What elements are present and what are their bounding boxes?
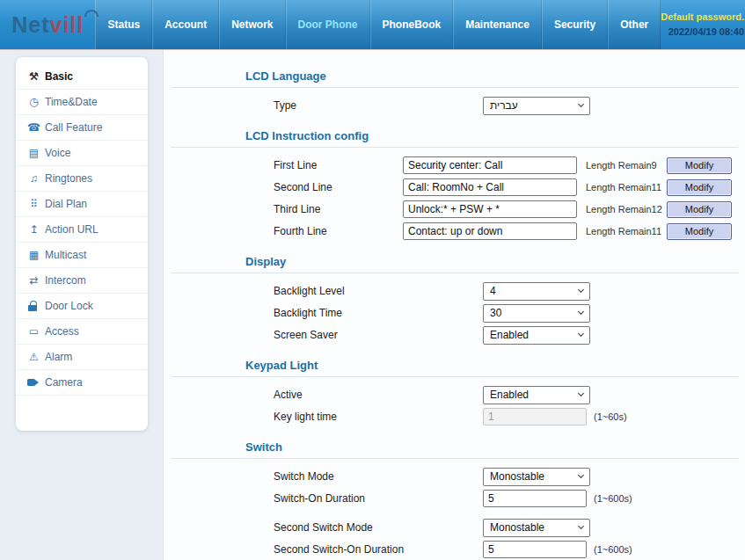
fourth-line-input[interactable]: [403, 222, 577, 240]
sidebar-item-door-lock[interactable]: Door Lock: [16, 294, 148, 319]
switch-on-duration-input[interactable]: [483, 490, 587, 507]
keypad-icon: ⠿: [27, 199, 40, 209]
sidebar-item-camera[interactable]: Camera: [16, 370, 148, 396]
nav-tab-security[interactable]: Security: [542, 0, 608, 49]
keypad-active-label: Active: [274, 389, 483, 401]
sidebar-item-label: Camera: [45, 376, 83, 389]
sidebar-item-alarm[interactable]: ⚠Alarm: [16, 345, 148, 370]
sidebar-item-label: Call Feature: [45, 121, 102, 134]
camera-icon: [27, 377, 40, 388]
sidebar-item-ringtones[interactable]: ♫Ringtones: [16, 166, 148, 192]
chevron-down-icon: [578, 390, 584, 396]
second-switch-on-duration-label: Second Switch-On Duration: [274, 543, 483, 556]
header-timestamp: 2022/04/19 08:40: [661, 25, 744, 40]
sidebar-item-basic[interactable]: ⚒Basic: [16, 64, 148, 90]
section-divider: [171, 87, 738, 88]
nav-tab-phonebook[interactable]: PhoneBook: [370, 0, 454, 49]
sidebar-item-dial-plan[interactable]: ⠿Dial Plan: [16, 192, 148, 217]
nav-tab-maintenance[interactable]: Maintenance: [453, 0, 542, 49]
section-divider: [171, 147, 738, 148]
backlight-time-label: Backlight Time: [274, 307, 483, 319]
sidebar-item-label: Time&Date: [45, 96, 98, 108]
second-switch-mode-value: Monostable: [490, 521, 544, 534]
backlight-level-select[interactable]: 4: [483, 282, 590, 301]
nav-tab-network[interactable]: Network: [219, 0, 285, 49]
sidebar-item-action-url[interactable]: ↥Action URL: [16, 217, 148, 243]
sidebar-item-label: Action URL: [45, 223, 99, 236]
fourth-line-row: Fourth Line Length Remain11 Modify: [274, 222, 745, 241]
sidebar-item-voice[interactable]: ▤Voice: [16, 141, 148, 166]
sidebar-item-label: Alarm: [45, 351, 72, 363]
lcd-language-type-select[interactable]: עברית: [483, 97, 590, 115]
switch-mode-value: Monostable: [490, 470, 544, 483]
key-light-time-label: Key light time: [274, 411, 483, 423]
second-switch-on-duration-input[interactable]: [483, 541, 587, 558]
fourth-line-modify-button[interactable]: Modify: [667, 223, 732, 240]
backlight-time-select[interactable]: 30: [483, 304, 590, 323]
second-line-modify-button[interactable]: Modify: [667, 179, 732, 196]
top-header: Netvill StatusAccountNetworkDoor PhonePh…: [0, 0, 745, 50]
sidebar-item-label: Basic: [45, 70, 73, 83]
backlight-level-row: Backlight Level 4: [274, 281, 745, 301]
bell-icon: ♫: [27, 173, 40, 184]
section-divider: [171, 376, 738, 377]
third-line-input[interactable]: [403, 200, 577, 218]
fourth-line-label: Fourth Line: [274, 225, 403, 237]
sidebar-item-label: Voice: [45, 147, 70, 159]
nav-tab-account[interactable]: Account: [152, 0, 219, 49]
sidebar-item-call-feature[interactable]: ☎Call Feature: [16, 115, 148, 141]
second-switch-on-duration-hint: (1~600s): [594, 544, 632, 555]
key-light-time-hint: (1~60s): [594, 411, 627, 422]
third-line-length-remain: Length Remain12: [586, 204, 667, 215]
brand-logo: Netvill: [0, 0, 95, 49]
card-icon: ▭: [27, 326, 40, 337]
switch-mode-row: Switch Mode Monostable: [274, 467, 745, 486]
section-title-lcd-language: LCD Language: [245, 69, 745, 83]
switch-mode-select[interactable]: Monostable: [483, 468, 590, 486]
sidebar-item-label: Dial Plan: [45, 198, 87, 210]
speaker-icon: ▤: [27, 148, 40, 158]
switch-mode-label: Switch Mode: [274, 470, 483, 483]
action-icon: ↥: [27, 224, 40, 235]
first-line-input[interactable]: [403, 156, 577, 174]
sidebar-item-label: Access: [45, 325, 79, 338]
nav-tab-other[interactable]: Other: [608, 0, 661, 49]
key-light-time-input: [483, 408, 587, 425]
first-line-length-remain: Length Remain9: [586, 160, 667, 171]
screen-saver-select[interactable]: Enabled: [483, 326, 590, 345]
second-line-input[interactable]: [403, 178, 577, 196]
sidebar-item-intercom[interactable]: ⇄Intercom: [16, 268, 148, 294]
switch-on-duration-label: Switch-On Duration: [274, 492, 483, 505]
keypad-active-select[interactable]: Enabled: [483, 386, 590, 404]
chevron-down-icon: [578, 472, 584, 478]
sidebar-list: ⚒Basic◷Time&Date☎Call Feature▤Voice♫Ring…: [16, 64, 148, 396]
backlight-level-label: Backlight Level: [274, 285, 483, 297]
first-line-row: First Line Length Remain9 Modify: [274, 156, 745, 175]
third-line-label: Third Line: [274, 203, 403, 215]
sidebar-item-multicast[interactable]: ▦Multicast: [16, 243, 148, 268]
first-line-modify-button[interactable]: Modify: [667, 157, 732, 174]
backlight-time-value: 30: [490, 307, 501, 319]
backlight-level-value: 4: [490, 285, 496, 297]
second-switch-mode-select[interactable]: Monostable: [483, 519, 590, 537]
chevron-down-icon: [578, 287, 584, 293]
section-title-display: Display: [245, 255, 745, 268]
keypad-active-row: Active Enabled: [274, 385, 745, 404]
fourth-line-length-remain: Length Remain11: [586, 226, 667, 236]
second-switch-mode-label: Second Switch Mode: [274, 521, 483, 534]
header-alert: Default password. 2022/04/19 08:40: [661, 10, 745, 40]
nav-tab-door-phone[interactable]: Door Phone: [286, 0, 370, 49]
sidebar-menu: ⚒Basic◷Time&Date☎Call Feature▤Voice♫Ring…: [16, 57, 148, 431]
third-line-modify-button[interactable]: Modify: [667, 201, 732, 218]
lcd-language-type-row: Type עברית: [274, 96, 745, 115]
screen-saver-row: Screen Saver Enabled: [274, 325, 745, 345]
sidebar-item-time-date[interactable]: ◷Time&Date: [16, 90, 148, 115]
top-nav: StatusAccountNetworkDoor PhonePhoneBookM…: [95, 0, 661, 49]
section-divider: [171, 458, 738, 459]
sidebar-item-label: Door Lock: [45, 300, 93, 312]
chevron-down-icon: [578, 331, 584, 337]
section-title-switch: Switch: [245, 440, 745, 454]
sidebar-item-access[interactable]: ▭Access: [16, 319, 148, 345]
chevron-down-icon: [578, 309, 584, 315]
nav-tab-status[interactable]: Status: [95, 0, 152, 49]
